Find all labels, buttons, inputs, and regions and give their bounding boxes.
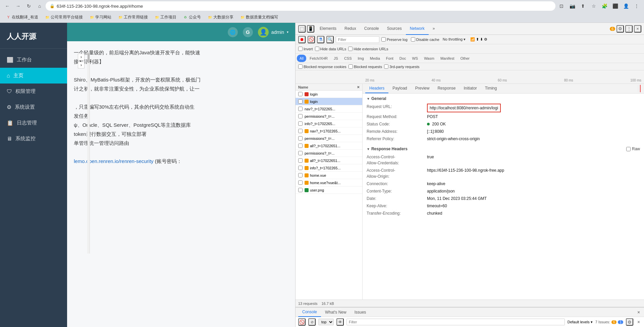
type-font[interactable]: Font xyxy=(383,55,396,62)
filter-input[interactable] xyxy=(336,36,379,43)
share-button[interactable]: ⬆ xyxy=(578,1,588,11)
request-item-perms-2[interactable]: permissions?_t=... xyxy=(296,135,362,142)
request-checkbox-9[interactable] xyxy=(298,151,303,155)
raw-checkbox[interactable] xyxy=(626,147,631,151)
globe-icon-btn[interactable]: 🌐 xyxy=(228,27,238,37)
console-filter-input[interactable] xyxy=(346,319,565,325)
tab-more[interactable]: » xyxy=(429,23,439,35)
headers-tab-preview[interactable]: Preview xyxy=(411,84,434,93)
request-checkbox-3[interactable] xyxy=(298,107,303,111)
headers-tab-initiator[interactable]: Initiator xyxy=(460,84,481,93)
console-eye-btn[interactable]: 👁 xyxy=(336,318,344,326)
filter-button[interactable]: ⚗ xyxy=(317,36,324,43)
request-checkbox-7[interactable] xyxy=(298,136,303,141)
type-fetch-xhr[interactable]: Fetch/XHR xyxy=(307,55,330,62)
type-manifest[interactable]: Manifest xyxy=(438,55,457,62)
sidebar-item-workbench[interactable]: ⬜ 工作台 xyxy=(0,52,67,68)
cast-button[interactable]: ⊡ xyxy=(557,1,566,11)
type-css[interactable]: CSS xyxy=(341,55,355,62)
home-button[interactable]: ⌂ xyxy=(35,1,44,11)
headers-tab-timing[interactable]: Timing xyxy=(481,84,501,93)
blocked-cookies-checkbox[interactable] xyxy=(298,64,303,69)
console-close-btn[interactable]: × xyxy=(636,310,641,315)
request-item-perms-1[interactable]: permissions?_t=... xyxy=(296,113,362,120)
sidebar-item-home[interactable]: ⌂ 主页 xyxy=(0,68,67,84)
bookmark-wechat[interactable]: ♻ 公众号 xyxy=(181,14,203,21)
console-tab-whatsnew[interactable]: What's New xyxy=(321,308,351,317)
preserve-log-checkbox[interactable] xyxy=(381,37,386,42)
hide-extension-urls-checkbox[interactable] xyxy=(348,47,353,51)
request-item-login-1[interactable]: login xyxy=(296,91,362,98)
type-media[interactable]: Media xyxy=(367,55,383,62)
console-close-btn-2[interactable]: × xyxy=(636,319,641,325)
type-doc[interactable]: Doc xyxy=(397,55,409,62)
headers-tab-payload[interactable]: Payload xyxy=(388,84,411,93)
request-item-user-png[interactable]: user.png xyxy=(296,186,362,194)
request-item-info-1[interactable]: info?_t=1702265... xyxy=(296,120,362,127)
request-checkbox-13[interactable] xyxy=(298,180,303,185)
demo-link[interactable]: lemo.open.renren.io/renren-security xyxy=(74,158,154,164)
reload-button[interactable]: ↻ xyxy=(24,1,34,11)
sidebar-item-logs[interactable]: 📋 日志管理 xyxy=(0,115,67,131)
request-checkbox-6[interactable] xyxy=(298,129,303,133)
console-settings-btn[interactable]: ⚙ xyxy=(626,318,633,326)
request-checkbox-10[interactable] xyxy=(298,158,303,163)
sidebar-item-settings[interactable]: ⚙ 系统设置 xyxy=(0,99,67,115)
request-checkbox-4[interactable] xyxy=(298,114,303,118)
bookmark-bigdata[interactable]: 📁 大数据分享 xyxy=(206,14,235,21)
devtools-device-button[interactable]: 📱 xyxy=(307,25,314,33)
expand-right-button[interactable]: › xyxy=(78,54,85,60)
third-party-checkbox[interactable] xyxy=(384,64,388,69)
sidebar-item-permissions[interactable]: 🛡 权限管理 xyxy=(0,84,67,99)
request-checkbox-14[interactable] xyxy=(298,188,303,192)
console-context-select[interactable]: top xyxy=(318,319,334,325)
profile-button[interactable]: ⬛ xyxy=(610,1,620,11)
search-button[interactable]: 🔍 xyxy=(326,36,334,43)
bookmark-work-project[interactable]: 📁 工作项目 xyxy=(153,14,178,21)
bookmark-docs[interactable]: 📁 数据质量文档编写 xyxy=(238,14,280,21)
console-clear-btn[interactable]: 🚫 xyxy=(298,318,306,326)
g-icon-btn[interactable]: G xyxy=(243,27,253,37)
address-bar[interactable]: 🔒 634f-115-236-100-98.ngrok-free.app/#/h… xyxy=(46,1,555,11)
menu-button[interactable]: ⋮ xyxy=(632,1,641,11)
screenshot-button[interactable]: 📷 xyxy=(568,1,577,11)
throttle-select[interactable]: No throttling ▾ xyxy=(443,37,466,42)
collapse-button[interactable]: › xyxy=(78,62,85,68)
clear-button[interactable]: 🚫 xyxy=(308,36,315,43)
request-item-login-2[interactable]: login xyxy=(296,98,362,105)
response-headers-toggle[interactable]: ▼ xyxy=(367,147,370,151)
tab-redux[interactable]: Redux xyxy=(340,23,360,35)
request-item-home-vue-t[interactable]: home.vue?vue&t... xyxy=(296,179,362,186)
bookmark-youdao[interactable]: Y 在线翻译_有道 xyxy=(4,14,40,21)
tab-elements[interactable]: Elements xyxy=(316,23,340,35)
devtools-inspect-button[interactable]: ⬚ xyxy=(298,25,306,33)
request-item-home-vue[interactable]: home.vue xyxy=(296,172,362,179)
invert-checkbox[interactable] xyxy=(298,47,303,51)
console-tab-issues[interactable]: Issues xyxy=(351,308,370,317)
account-button[interactable]: 👤 xyxy=(621,1,631,11)
request-item-all-2[interactable]: all?_t=17022651... xyxy=(296,157,362,164)
request-checkbox-1[interactable] xyxy=(298,92,303,96)
console-tab-console[interactable]: Console xyxy=(298,308,321,317)
bookmark-company[interactable]: 📁 公司常用平台链接 xyxy=(43,14,85,21)
blocked-requests-checkbox[interactable] xyxy=(348,64,353,69)
record-button[interactable]: ⏺ xyxy=(298,36,306,43)
headers-tab-response[interactable]: Response xyxy=(433,84,460,93)
tab-sources[interactable]: Sources xyxy=(383,23,406,35)
request-item-nav-2[interactable]: nav?_t=1702265... xyxy=(296,127,362,135)
headers-tab-headers[interactable]: Headers xyxy=(365,84,388,93)
console-record-btn[interactable]: ⊘ xyxy=(308,318,316,326)
request-checkbox-11[interactable] xyxy=(298,166,303,170)
tab-console[interactable]: Console xyxy=(360,23,383,35)
type-other[interactable]: Other xyxy=(458,55,472,62)
request-checkbox-8[interactable] xyxy=(298,144,303,148)
vertical-scrollbar-thumb[interactable] xyxy=(88,53,90,63)
sidebar-item-monitor[interactable]: 🖥 系统监控 xyxy=(0,131,67,147)
devtools-more-btn[interactable]: ⋮ xyxy=(625,25,633,33)
close-requests-btn[interactable]: × xyxy=(357,85,360,90)
user-menu[interactable]: 👤 admin ▾ xyxy=(258,27,288,38)
general-toggle[interactable]: ▼ xyxy=(367,97,370,101)
hide-data-urls-checkbox[interactable] xyxy=(315,47,319,51)
type-all[interactable]: All xyxy=(297,55,306,62)
request-checkbox-12[interactable] xyxy=(298,173,303,177)
